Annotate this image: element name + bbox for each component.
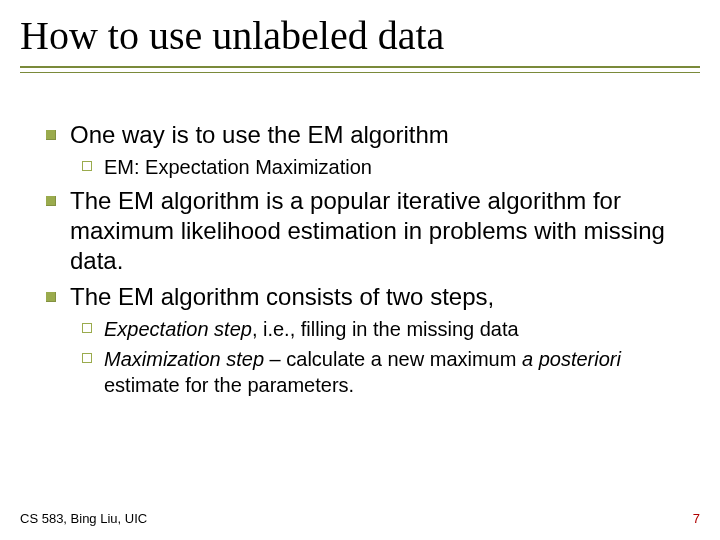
bullet-text: The EM algorithm is a popular iterative …	[70, 187, 665, 274]
page-number: 7	[693, 511, 700, 526]
slide: How to use unlabeled data One way is to …	[0, 0, 720, 540]
bullet-text: , i.e., filling in the missing data	[252, 318, 519, 340]
bullet-text-emph: a posteriori	[522, 348, 621, 370]
list-item: One way is to use the EM algorithm EM: E…	[40, 120, 680, 180]
title-area: How to use unlabeled data	[20, 14, 700, 73]
list-item: EM: Expectation Maximization	[70, 154, 680, 180]
title-underline	[20, 66, 700, 73]
list-item: Expectation step, i.e., filling in the m…	[70, 316, 680, 342]
list-item: Maximization step – calculate a new maxi…	[70, 346, 680, 398]
bullet-text: estimate for the parameters.	[104, 374, 354, 396]
footer-left: CS 583, Bing Liu, UIC	[20, 511, 147, 526]
sub-bullet-list: EM: Expectation Maximization	[70, 154, 680, 180]
bullet-text: One way is to use the EM algorithm	[70, 121, 449, 148]
sub-bullet-list: Expectation step, i.e., filling in the m…	[70, 316, 680, 398]
bullet-text: The EM algorithm consists of two steps,	[70, 283, 494, 310]
slide-title: How to use unlabeled data	[20, 14, 700, 64]
bullet-text: – calculate a new maximum	[264, 348, 522, 370]
body-content: One way is to use the EM algorithm EM: E…	[40, 120, 680, 404]
bullet-text-emph: Expectation step	[104, 318, 252, 340]
list-item: The EM algorithm is a popular iterative …	[40, 186, 680, 276]
bullet-text: EM: Expectation Maximization	[104, 156, 372, 178]
bullet-list: One way is to use the EM algorithm EM: E…	[40, 120, 680, 398]
bullet-text-emph: Maximization step	[104, 348, 264, 370]
list-item: The EM algorithm consists of two steps, …	[40, 282, 680, 398]
